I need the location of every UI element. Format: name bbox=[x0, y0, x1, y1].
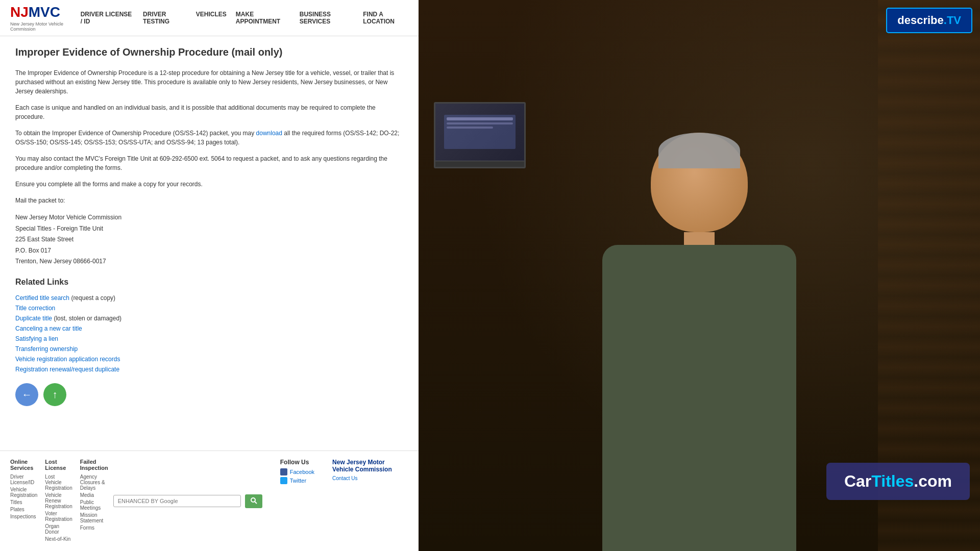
related-links-list: Certified title search (request a copy) … bbox=[15, 294, 403, 373]
logo-mvc: MVC bbox=[29, 4, 60, 20]
vehicle-registration-link[interactable]: Vehicle registration application records bbox=[15, 356, 120, 363]
twitter-label: Twitter bbox=[290, 478, 306, 484]
certified-title-search-link[interactable]: Certified title search bbox=[15, 294, 69, 302]
footer-right-area: Follow Us Facebook Twitter New Jersey Mo… bbox=[108, 459, 408, 543]
car-titles-overlay: CarTitles.com bbox=[826, 463, 970, 500]
footer-search-input[interactable] bbox=[113, 495, 241, 507]
facebook-label: Facebook bbox=[290, 469, 314, 475]
footer-col-online-services: Online Services Driver License/ID Vehicl… bbox=[10, 459, 37, 543]
footer-item[interactable]: Vehicle Registration bbox=[10, 487, 37, 498]
footer-njmvc-heading: New Jersey Motor Vehicle Commission bbox=[332, 459, 403, 473]
nav-buttons: ← ↑ bbox=[15, 383, 403, 406]
footer-item[interactable]: Plates bbox=[10, 507, 37, 512]
footer-col-failed-inspection: Failed Inspection Agency Closures & Dela… bbox=[80, 459, 108, 543]
footer-search-button[interactable] bbox=[245, 494, 262, 508]
address-line4: P.O. Box 017 bbox=[15, 245, 403, 257]
duplicate-title-link[interactable]: Duplicate title bbox=[15, 315, 52, 322]
footer-njmvc-section: New Jersey Motor Vehicle Commission Cont… bbox=[327, 459, 408, 543]
address-line1: New Jersey Motor Vehicle Commission bbox=[15, 212, 403, 223]
page-title: Improper Evidence of Ownership Procedure… bbox=[15, 46, 403, 58]
describe-label: describe bbox=[897, 14, 944, 27]
registration-renewal-link[interactable]: Registration renewal/request duplicate bbox=[15, 366, 119, 373]
address-line3: 225 East State Street bbox=[15, 234, 403, 245]
person-hair bbox=[658, 133, 740, 168]
footer-item[interactable]: Driver License/ID bbox=[10, 474, 37, 485]
footer-item[interactable]: Next-of-Kin bbox=[45, 536, 72, 542]
footer-col3-heading: Failed Inspection bbox=[80, 459, 108, 471]
address-block: New Jersey Motor Vehicle Commission Spec… bbox=[15, 212, 403, 267]
describe-tv-logo: describe.TV bbox=[886, 8, 972, 33]
footer-item[interactable]: Public Meetings bbox=[80, 499, 108, 511]
list-item: Transferring ownership bbox=[15, 345, 403, 353]
footer-item[interactable]: Vehicle Renew Registration bbox=[45, 492, 72, 509]
logo-area: NJMVC New Jersey Motor Vehicle Commissio… bbox=[10, 4, 81, 32]
footer-contact-link[interactable]: Contact Us bbox=[332, 475, 403, 481]
list-item: Vehicle registration application records bbox=[15, 356, 403, 363]
download-link[interactable]: download bbox=[256, 130, 282, 137]
footer-item[interactable]: Lost Vehicle Registration bbox=[45, 474, 72, 491]
person-head bbox=[651, 133, 748, 232]
up-button[interactable]: ↑ bbox=[43, 383, 66, 406]
footer-item[interactable]: Forms bbox=[80, 525, 108, 531]
footer-col1-heading: Online Services bbox=[10, 459, 37, 471]
svg-point-0 bbox=[251, 498, 255, 502]
facebook-icon bbox=[280, 468, 287, 475]
transferring-ownership-link[interactable]: Transferring ownership bbox=[15, 345, 78, 353]
nav-business-services[interactable]: BUSINESS SERVICES bbox=[300, 11, 354, 25]
site-footer: Online Services Driver License/ID Vehicl… bbox=[0, 450, 419, 551]
person-shirt bbox=[602, 245, 796, 551]
background-monitor bbox=[434, 102, 526, 168]
para-4: You may also contact the MVC's Foreign T… bbox=[15, 154, 403, 172]
facebook-link[interactable]: Facebook bbox=[280, 468, 314, 475]
search-icon bbox=[250, 497, 257, 504]
footer-item[interactable]: Media bbox=[80, 492, 108, 498]
related-links-heading: Related Links bbox=[15, 278, 403, 287]
site-header: NJMVC New Jersey Motor Vehicle Commissio… bbox=[0, 0, 419, 36]
twitter-link[interactable]: Twitter bbox=[280, 477, 314, 484]
twitter-icon bbox=[280, 477, 287, 484]
related-links-section: Related Links Certified title search (re… bbox=[15, 278, 403, 373]
footer-search-area bbox=[108, 459, 267, 543]
para-3: To obtain the Improper Evidence of Owner… bbox=[15, 129, 403, 147]
footer-item[interactable]: Titles bbox=[10, 499, 37, 505]
canceling-car-title-link[interactable]: Canceling a new car title bbox=[15, 325, 82, 332]
list-item: Canceling a new car title bbox=[15, 325, 403, 332]
list-item: Duplicate title (lost, stolen or damaged… bbox=[15, 315, 403, 322]
main-content: Improper Evidence of Ownership Procedure… bbox=[0, 36, 419, 450]
footer-col-lost-license: Lost License Lost Vehicle Registration V… bbox=[45, 459, 72, 543]
back-button[interactable]: ← bbox=[15, 383, 38, 406]
list-item: Title correction bbox=[15, 305, 403, 312]
footer-item[interactable]: Organ Donor bbox=[45, 523, 72, 535]
list-item: Registration renewal/request duplicate bbox=[15, 366, 403, 373]
nav-driver-testing[interactable]: DRIVER TESTING bbox=[143, 11, 187, 25]
nav-vehicles[interactable]: VEHICLES bbox=[196, 11, 227, 25]
monitor-screen bbox=[435, 104, 524, 161]
svg-line-1 bbox=[255, 502, 257, 504]
logo-subtitle: New Jersey Motor Vehicle Commission bbox=[10, 21, 81, 32]
nav-find-location[interactable]: FIND A LOCATION bbox=[363, 11, 408, 25]
address-line5: Trenton, New Jersey 08666-0017 bbox=[15, 256, 403, 267]
logo-nj: NJ bbox=[10, 4, 29, 20]
footer-col2-heading: Lost License bbox=[45, 459, 72, 471]
footer-item[interactable]: Agency Closures & Delays bbox=[80, 474, 108, 491]
right-panel: describe.TV CarTitles.com bbox=[419, 0, 980, 551]
address-line2: Special Titles - Foreign Title Unit bbox=[15, 223, 403, 235]
site-logo: NJMVC New Jersey Motor Vehicle Commissio… bbox=[10, 4, 81, 32]
titles-label: Titles bbox=[871, 472, 914, 490]
title-correction-link[interactable]: Title correction bbox=[15, 305, 55, 312]
nav-make-appointment[interactable]: MAKE APPOINTMENT bbox=[236, 11, 290, 25]
footer-item[interactable]: Inspections bbox=[10, 514, 37, 519]
footer-item[interactable]: Voter Registration bbox=[45, 511, 72, 522]
satisfying-lien-link[interactable]: Satisfying a lien bbox=[15, 335, 58, 342]
para-6: Mail the packet to: bbox=[15, 196, 403, 205]
para-2: Each case is unique and handled on an in… bbox=[15, 103, 403, 121]
para-5: Ensure you complete all the forms and ma… bbox=[15, 180, 403, 189]
list-item: Certified title search (request a copy) bbox=[15, 294, 403, 302]
nav-driver-license[interactable]: DRIVER LICENSE / ID bbox=[81, 11, 134, 25]
dotcom-label: .com bbox=[914, 472, 952, 490]
footer-item[interactable]: Mission Statement bbox=[80, 512, 108, 523]
person-body bbox=[602, 133, 796, 551]
footer-follow-heading: Follow Us bbox=[280, 459, 314, 466]
list-item: Satisfying a lien bbox=[15, 335, 403, 342]
nav-menu: DRIVER LICENSE / ID DRIVER TESTING VEHIC… bbox=[81, 11, 408, 25]
